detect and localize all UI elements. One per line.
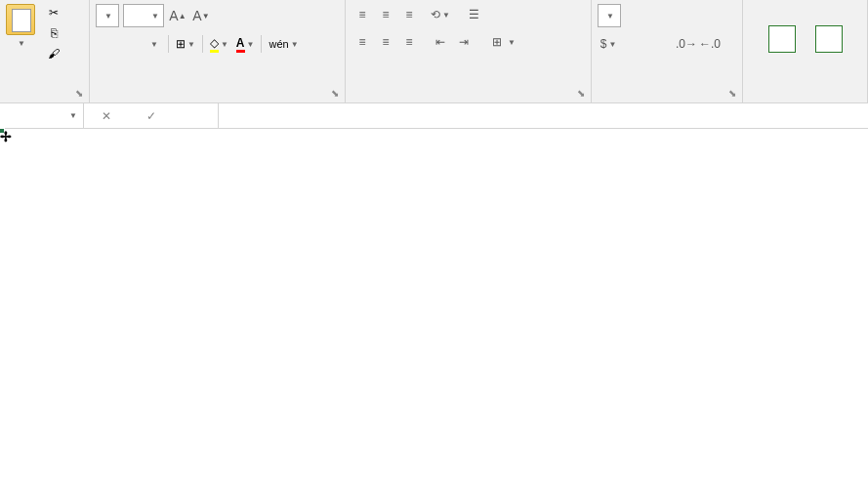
- copy-button[interactable]: ⎘: [43, 24, 64, 42]
- ribbon: ▼ ✂ ⎘ 🖌 ⬊ ▼ ▼ A▲ A▼: [0, 0, 868, 103]
- number-format-select[interactable]: ▼: [598, 4, 621, 27]
- copy-icon: ⎘: [51, 26, 58, 40]
- align-middle-button[interactable]: ≡: [375, 4, 396, 25]
- align-top-button[interactable]: ≡: [351, 4, 373, 25]
- align-center-button[interactable]: ≡: [375, 31, 396, 53]
- table-format-icon: [815, 25, 843, 53]
- group-label-number: [592, 81, 742, 102]
- group-clipboard: ▼ ✂ ⎘ 🖌 ⬊: [0, 0, 90, 102]
- italic-button[interactable]: [119, 33, 141, 55]
- scissors-icon: ✂: [49, 6, 59, 20]
- fill-color-button[interactable]: ◇▼: [207, 33, 231, 55]
- orientation-button[interactable]: ⟲▼: [430, 4, 451, 25]
- cut-button[interactable]: ✂: [43, 4, 64, 21]
- group-font: ▼ ▼ A▲ A▼ ▼ ⊞▼ ◇▼ A▼ wén▼: [90, 0, 346, 102]
- merge-icon: ⊞: [492, 35, 502, 49]
- increase-decimal-button[interactable]: .0→: [676, 33, 697, 55]
- format-as-table-button[interactable]: [809, 23, 848, 59]
- formula-bar: ▼ ✕ ✓: [0, 103, 868, 129]
- wrap-icon: ☰: [469, 8, 479, 21]
- clipboard-dialog-launcher[interactable]: ⬊: [72, 86, 86, 100]
- brush-icon: 🖌: [48, 47, 60, 61]
- font-color-button[interactable]: A▼: [233, 33, 258, 55]
- underline-button[interactable]: ▼: [143, 33, 164, 55]
- increase-indent-button[interactable]: ⇥: [453, 31, 475, 53]
- fx-button[interactable]: [173, 103, 218, 128]
- conditional-format-button[interactable]: [763, 23, 802, 59]
- paste-button[interactable]: ▼: [6, 4, 35, 48]
- comma-button[interactable]: [644, 33, 666, 55]
- check-icon: ✓: [146, 109, 156, 123]
- group-label-styles: [743, 81, 867, 102]
- name-box[interactable]: ▼: [0, 103, 84, 128]
- group-number: ▼ $▼ .0→ ←.0 ⬊: [592, 0, 743, 102]
- increase-font-button[interactable]: A▲: [168, 5, 187, 26]
- chevron-down-icon: ▼: [151, 12, 159, 20]
- number-dialog-launcher[interactable]: ⬊: [725, 86, 739, 100]
- decrease-font-button[interactable]: A▼: [191, 5, 211, 26]
- decrease-decimal-button[interactable]: ←.0: [699, 33, 721, 55]
- group-label-font: [90, 81, 345, 102]
- cancel-button[interactable]: ✕: [84, 103, 129, 128]
- format-painter-button[interactable]: 🖌: [43, 45, 64, 62]
- bold-button[interactable]: [96, 33, 117, 55]
- selection-box: [0, 129, 4, 133]
- alignment-dialog-launcher[interactable]: ⬊: [574, 86, 588, 100]
- x-icon: ✕: [102, 109, 111, 123]
- formula-input[interactable]: [219, 103, 868, 128]
- bucket-icon: ◇: [210, 36, 219, 53]
- decrease-indent-button[interactable]: ⇤: [430, 31, 451, 53]
- align-left-button[interactable]: ≡: [351, 31, 373, 53]
- align-bottom-button[interactable]: ≡: [398, 4, 420, 25]
- group-styles: [743, 0, 868, 102]
- merge-center-button[interactable]: ⊞ ▼: [486, 31, 521, 53]
- percent-button[interactable]: [621, 33, 642, 55]
- chevron-down-icon: ▼: [606, 12, 614, 20]
- font-size-select[interactable]: ▼: [123, 4, 164, 27]
- currency-button[interactable]: $▼: [598, 33, 619, 55]
- phonetic-button[interactable]: wén▼: [266, 33, 301, 55]
- border-button[interactable]: ⊞▼: [173, 33, 198, 55]
- border-icon: ⊞: [176, 37, 186, 51]
- enter-button[interactable]: ✓: [129, 103, 174, 128]
- font-dialog-launcher[interactable]: ⬊: [328, 86, 342, 100]
- align-right-button[interactable]: ≡: [398, 31, 420, 53]
- chevron-down-icon: ▼: [69, 111, 77, 120]
- font-name-select[interactable]: ▼: [96, 4, 119, 27]
- wrap-text-button[interactable]: ☰: [463, 4, 489, 25]
- chevron-down-icon: ▼: [104, 12, 112, 20]
- group-alignment: ≡ ≡ ≡ ⟲▼ ☰ ≡ ≡ ≡ ⇤ ⇥ ⊞: [346, 0, 592, 102]
- paste-icon: [6, 4, 35, 35]
- group-label-alignment: [346, 81, 591, 102]
- cursor-icon: ✢: [0, 129, 12, 144]
- conditional-format-icon: [768, 25, 796, 53]
- chevron-down-icon: ▼: [18, 39, 25, 48]
